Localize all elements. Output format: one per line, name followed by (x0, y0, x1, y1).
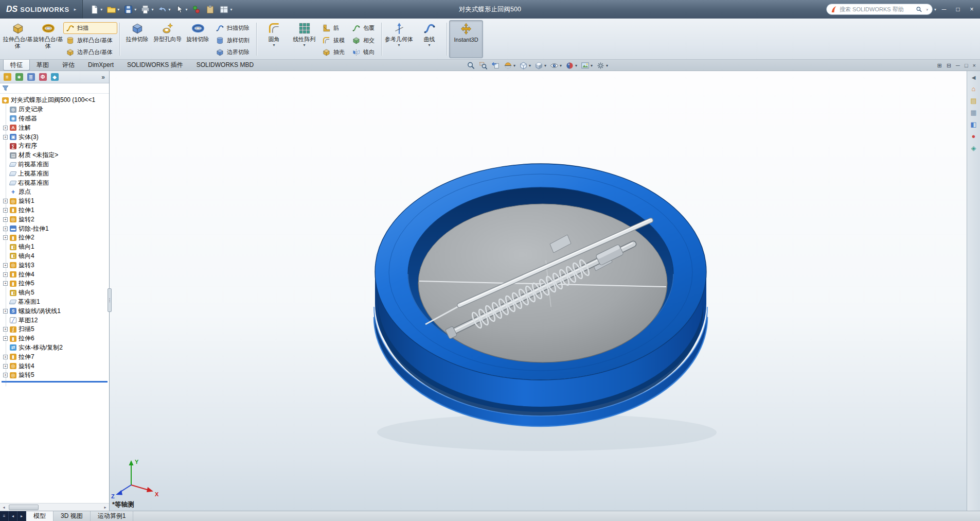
task-pane-expand-icon[interactable]: ◀ (972, 75, 976, 80)
expand-toggle[interactable]: + (3, 135, 8, 140)
expand-toggle[interactable]: + (3, 208, 8, 213)
expand-toggle[interactable]: + (3, 355, 8, 359)
tree-item[interactable]: + 旋转2 (0, 215, 109, 224)
file-explorer-icon[interactable]: ▦ (970, 109, 976, 116)
loft-boss-button[interactable]: 放样凸台/基体 (63, 34, 117, 46)
scrollbar-thumb[interactable] (9, 505, 39, 510)
tree-item[interactable]: 基准面1 (0, 298, 109, 307)
rollback-bar[interactable] (2, 381, 108, 383)
undo-button[interactable]: ▾ (156, 3, 172, 16)
revolve-cut-button[interactable]: 旋转切除 (183, 20, 213, 58)
tree-item[interactable]: + 拉伸4 (0, 270, 109, 279)
filter-funnel-icon[interactable] (2, 85, 9, 92)
custom-properties-icon[interactable]: ◈ (971, 145, 976, 151)
boundary-cut-button[interactable]: 边界切除 (213, 46, 254, 58)
dropdown-arrow-icon[interactable]: ▾ (100, 7, 102, 12)
tree-item[interactable]: + 拉伸2 (0, 233, 109, 242)
doc-minimize-icon[interactable]: ─ (956, 62, 960, 68)
expand-toggle[interactable]: + (3, 227, 8, 231)
tab-features[interactable]: 特征 (3, 60, 30, 71)
section-view-icon[interactable]: ▾ (503, 61, 516, 71)
expand-toggle[interactable]: + (3, 272, 8, 277)
tree-item[interactable]: 原点 (0, 187, 109, 197)
view-settings-icon[interactable]: ▾ (595, 61, 609, 71)
dropdown-arrow-icon[interactable]: ▾ (544, 63, 546, 68)
tab-solidworks-mbd[interactable]: SOLIDWORKS MBD (190, 60, 260, 71)
tab-evaluate[interactable]: 评估 (56, 60, 81, 71)
tree-item[interactable]: + 拉伸7 (0, 352, 109, 361)
motionmanager-button-2[interactable]: ◂ (9, 511, 17, 521)
tree-item[interactable]: 镜向4 (0, 252, 109, 261)
revolve-boss-button[interactable]: 旋转凸台/基体 (33, 20, 63, 58)
expand-toggle[interactable]: + (3, 327, 8, 332)
motion-study-tab[interactable]: 运动算例1 (91, 511, 134, 521)
tree-item[interactable]: + 注解 (0, 123, 109, 132)
tree-item[interactable]: 传感器 (0, 114, 109, 124)
expand-toggle[interactable]: + (3, 309, 8, 314)
view-orientation-icon[interactable]: ▾ (518, 61, 532, 71)
appearances-scenes-icon[interactable]: ● (972, 133, 976, 140)
help-search-box[interactable]: ▾ (826, 4, 933, 15)
dropdown-arrow-icon[interactable]: ▾ (230, 7, 232, 12)
tree-filter-bar[interactable] (0, 83, 109, 94)
help-icon[interactable]: ? (921, 6, 932, 13)
propertymanager-tab[interactable]: ∗ (14, 72, 24, 82)
reference-geometry-button[interactable]: 参考几何体 ▾ (384, 20, 414, 58)
print-button[interactable]: ▾ (139, 3, 155, 16)
open-button[interactable]: ▾ (105, 3, 121, 16)
dropdown-arrow-icon[interactable]: ▾ (429, 43, 431, 47)
select-button[interactable]: ▾ (173, 3, 189, 16)
sweep-button[interactable]: 扫描 (63, 22, 117, 34)
dropdown-arrow-icon[interactable]: ▾ (513, 63, 515, 68)
curves-button[interactable]: 曲线 ▾ (414, 20, 444, 58)
dropdown-arrow-icon[interactable]: ▾ (575, 63, 577, 68)
rebuild-button[interactable] (190, 3, 203, 16)
wrap-button[interactable]: 包覆 (349, 22, 379, 34)
scroll-right-icon[interactable]: ▸ (101, 505, 109, 510)
tree-item[interactable]: + 拉伸1 (0, 206, 109, 215)
expand-toggle[interactable]: + (3, 217, 8, 222)
dropdown-arrow-icon[interactable]: ▾ (606, 63, 608, 68)
hide-show-items-icon[interactable]: ▾ (549, 61, 563, 71)
tree-item[interactable]: 方程序 (0, 142, 109, 151)
display-style-icon[interactable]: ▾ (533, 61, 547, 71)
tree-item[interactable]: + 螺旋线/涡状线1 (0, 306, 109, 316)
mirror-button[interactable]: 镜向 (349, 46, 379, 58)
tab-sketch[interactable]: 草图 (30, 60, 56, 71)
tab-solidworks-addins[interactable]: SOLIDWORKS 插件 (120, 60, 190, 71)
tree-item[interactable]: 前视基准面 (0, 160, 109, 169)
tree-item[interactable]: 右视基准面 (0, 178, 109, 187)
boundary-boss-button[interactable]: 边界凸台/基体 (63, 46, 117, 58)
tree-item[interactable]: + 旋转4 (0, 361, 109, 371)
tree-item[interactable]: + 扫描5 (0, 325, 109, 334)
loft-cut-button[interactable]: 放样切割 (213, 34, 254, 46)
intersect-button[interactable]: 相交 (349, 34, 379, 46)
pane-split-icon[interactable]: ⊞ (937, 62, 942, 69)
solidworks-logo[interactable]: DS SOLIDWORKS ▸ (0, 0, 83, 19)
tab-dimxpert[interactable]: DimXpert (81, 60, 120, 71)
expand-toggle[interactable]: + (3, 235, 8, 240)
expand-toggle[interactable]: + (3, 336, 8, 341)
scroll-left-icon[interactable]: ◂ (0, 505, 8, 510)
search-input[interactable] (840, 6, 913, 12)
sweep-cut-button[interactable]: 扫描切除 (213, 22, 254, 34)
draft-button[interactable]: 拔模 (319, 34, 349, 46)
configurationmanager-tab[interactable]: ≣ (26, 72, 36, 82)
valve-3d-model[interactable] (110, 71, 967, 511)
dropdown-arrow-icon[interactable]: ▾ (304, 43, 306, 47)
dropdown-arrow-icon[interactable]: ▾ (151, 7, 153, 12)
tree-item[interactable]: 历史记录 (0, 105, 109, 114)
dropdown-arrow-icon[interactable]: ▾ (529, 63, 531, 68)
minimize-button[interactable]: ─ (938, 4, 950, 15)
edit-appearance-icon[interactable]: ▾ (564, 61, 578, 71)
dropdown-arrow-icon[interactable]: ▾ (560, 63, 562, 68)
tree-item[interactable]: + 拉伸5 (0, 279, 109, 288)
options-button[interactable]: ▾ (218, 3, 234, 16)
dropdown-arrow-icon[interactable]: ▾ (168, 7, 170, 12)
view-palette-icon[interactable]: ◧ (970, 121, 976, 128)
tree-item[interactable]: + 旋转5 (0, 371, 109, 380)
3d-views-tab[interactable]: 3D 视图 (54, 511, 91, 521)
shell-button[interactable]: 抽壳 (319, 46, 349, 58)
featuremanager-tab[interactable]: ≡ (2, 72, 12, 82)
motionmanager-button-3[interactable]: ▸ (17, 511, 26, 521)
